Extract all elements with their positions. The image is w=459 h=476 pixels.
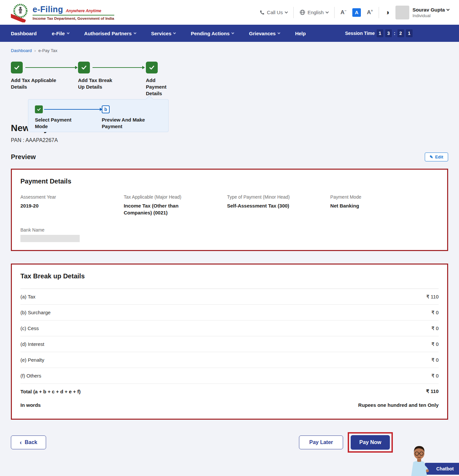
- step-label-tax-breakup: Add Tax Break Up Details: [78, 77, 119, 90]
- brand-subtitle: Income Tax Department, Government of Ind…: [33, 16, 114, 20]
- nav-item-pending-actions[interactable]: Pending Actions: [191, 31, 234, 36]
- substep-label-preview-make-payment: Preview And Make Payment: [102, 117, 146, 130]
- chevron-down-icon: [67, 31, 69, 34]
- edit-button[interactable]: ✎ Edit: [425, 153, 448, 161]
- tax-row-cess: (c) Cess₹ 0: [20, 321, 439, 336]
- font-increase-button[interactable]: A+: [367, 9, 373, 16]
- payment-details-title: Payment Details: [20, 178, 439, 185]
- substep-check-icon: [35, 105, 43, 113]
- step-arrow: [25, 67, 75, 68]
- step-label-payment-details: Add Payment Details: [146, 77, 177, 97]
- substep-arrow: [44, 109, 100, 110]
- tax-row-penalty: (e) Penalty₹ 0: [20, 352, 439, 368]
- field-tax-applicable: Tax Applicable (Major Head) Income Tax (…: [124, 194, 227, 216]
- nav-item-help[interactable]: Help: [295, 31, 306, 36]
- user-role: Individual: [413, 13, 449, 18]
- pay-later-button[interactable]: Pay Later: [299, 435, 343, 449]
- chevron-down-icon: [446, 8, 450, 11]
- chevron-down-icon: [231, 31, 234, 34]
- tax-row-in-words: In wordsRupees one hundred and ten Only: [20, 399, 439, 411]
- breadcrumb-current: e-Pay Tax: [39, 48, 58, 53]
- avatar: [395, 6, 409, 19]
- substep-current-icon: b: [102, 105, 110, 113]
- tax-row-others: (f) Others₹ 0: [20, 368, 439, 384]
- font-normal-button[interactable]: A: [352, 8, 361, 17]
- substep-label-select-payment-mode: Select Payment Mode: [35, 117, 73, 130]
- nav-item-dashboard[interactable]: Dashboard: [11, 31, 37, 36]
- sub-stepper-panel: b Select Payment Mode Preview And Make P…: [28, 99, 169, 132]
- globe-icon: [300, 10, 305, 15]
- tax-row-surcharge: (b) Surcharge₹ 0: [20, 305, 439, 321]
- pay-now-highlight-box: Pay Now: [348, 432, 393, 453]
- language-menu[interactable]: English: [300, 10, 328, 15]
- session-timer: Session Time 1 3 : 2 1: [345, 29, 413, 37]
- session-colon: :: [394, 31, 395, 36]
- main-navbar: Dashboard e-File Authorised Partners Ser…: [0, 25, 459, 42]
- session-digit: 3: [385, 29, 392, 37]
- nav-item-authorised-partners[interactable]: Authorised Partners: [84, 31, 136, 36]
- field-assessment-year: Assessment Year 2019-20: [20, 194, 124, 216]
- nav-item-services[interactable]: Services: [151, 31, 176, 36]
- step-check-icon: [146, 62, 158, 73]
- pay-now-button[interactable]: Pay Now: [351, 435, 390, 450]
- tax-row-total: Total (a + b + c + d + e + f)₹ 110: [20, 384, 439, 399]
- pencil-icon: ✎: [430, 154, 433, 159]
- user-menu[interactable]: Sourav Gupta Individual: [395, 6, 449, 19]
- brand-tagline: Anywhere Anytime: [66, 9, 101, 13]
- chevron-down-icon: [326, 10, 329, 14]
- preview-section-title: Preview: [11, 153, 36, 161]
- tax-row-tax: (a) Tax₹ 110: [20, 289, 439, 305]
- income-tax-emblem-icon: [11, 3, 29, 22]
- nav-item-grievances[interactable]: Grievances: [249, 31, 280, 36]
- user-name: Sourav Gupta: [413, 7, 445, 13]
- divider: [293, 7, 294, 18]
- payment-details-card: Payment Details Assessment Year 2019-20 …: [11, 169, 448, 251]
- chevron-down-icon: [173, 31, 176, 34]
- chevron-down-icon: [278, 31, 280, 34]
- call-us-label: Call Us: [267, 10, 283, 15]
- progress-stepper: Add Tax Applicable Details Add Tax Break…: [11, 62, 448, 111]
- chevron-down-icon: [284, 10, 288, 14]
- field-payment-mode: Payment Mode Net Banking: [330, 194, 434, 216]
- bank-name-redacted-value: [20, 235, 80, 242]
- field-type-of-payment: Type of Payment (Minor Head) Self-Assess…: [227, 194, 330, 216]
- contrast-toggle-icon[interactable]: ◑: [385, 8, 389, 17]
- chatbot-widget: Chatbot: [405, 443, 459, 476]
- breadcrumb-separator: ›: [35, 48, 36, 53]
- call-us-menu[interactable]: Call Us: [259, 10, 287, 15]
- breadcrumb: Dashboard › e-Pay Tax: [11, 48, 448, 53]
- nav-item-efile[interactable]: e-File: [52, 31, 69, 36]
- divider: [334, 7, 335, 18]
- pan-number: PAN : AAAPA2267A: [11, 137, 448, 143]
- header: e-Filing Anywhere Anytime Income Tax Dep…: [0, 0, 459, 25]
- efiling-logo: e-Filing Anywhere Anytime Income Tax Dep…: [11, 3, 114, 22]
- divider: [379, 7, 379, 18]
- step-label-tax-applicable: Add Tax Applicable Details: [11, 77, 57, 90]
- brand-name: e-Filing: [33, 5, 63, 14]
- chevron-left-icon: ‹: [20, 439, 22, 445]
- back-button[interactable]: ‹ Back: [11, 435, 46, 449]
- session-digit: 2: [397, 29, 404, 37]
- font-decrease-button[interactable]: A−: [340, 9, 346, 16]
- step-check-icon: [78, 62, 90, 73]
- field-bank-name: Bank Name: [20, 227, 439, 242]
- tax-row-interest: (d) Interest₹ 0: [20, 336, 439, 352]
- session-digit: 1: [406, 29, 413, 37]
- session-digit: 1: [377, 29, 383, 37]
- tax-breakup-card: Tax Break up Details (a) Tax₹ 110 (b) Su…: [11, 264, 448, 420]
- language-label: English: [308, 10, 324, 15]
- tax-breakup-title: Tax Break up Details: [20, 272, 439, 280]
- step-arrow: [93, 67, 143, 68]
- session-time-label: Session Time: [345, 31, 375, 36]
- step-check-icon: [11, 62, 23, 73]
- phone-icon: [259, 10, 265, 15]
- chevron-down-icon: [134, 31, 136, 34]
- breadcrumb-dashboard-link[interactable]: Dashboard: [11, 48, 32, 53]
- chatbot-label: Chatbot: [436, 466, 454, 471]
- chatbot-assistant-avatar-icon: [407, 444, 431, 476]
